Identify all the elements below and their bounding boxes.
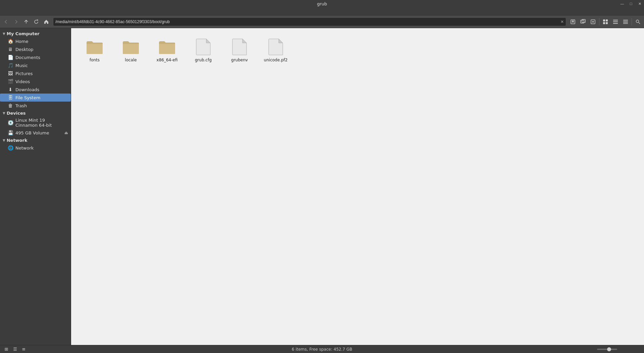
sidebar-item-label-desktop: Desktop xyxy=(15,47,34,52)
toolbar-separator-2 xyxy=(632,18,632,25)
sidebar-item-label-linux-mint: Linux Mint 19 Cinnamon 64-bit xyxy=(15,118,68,128)
folder-icon-x86_64-efi xyxy=(158,38,176,56)
toolbar-separator xyxy=(599,18,599,25)
svg-rect-4 xyxy=(603,19,605,21)
toolbar-right xyxy=(568,17,643,26)
status-icon-2[interactable]: ☰ xyxy=(11,346,19,353)
sidebar: ▼ My Computer 🏠 Home 🖥 Desktop 📄 Documen… xyxy=(0,28,71,345)
close-button[interactable]: ✕ xyxy=(635,0,644,7)
sidebar-item-home[interactable]: 🏠 Home xyxy=(0,37,71,45)
devices-section-arrow: ▼ xyxy=(3,111,5,115)
file-item-fonts[interactable]: fonts xyxy=(78,35,111,66)
section-label: My Computer xyxy=(7,31,40,36)
folder-icon-locale xyxy=(121,38,140,56)
status-bar: ⊞ ☰ ≡ 6 items, Free space: 452.7 GB xyxy=(0,345,644,353)
zoom-thumb xyxy=(607,347,611,351)
svg-rect-6 xyxy=(603,22,605,24)
view-compact-button[interactable] xyxy=(621,17,630,26)
address-clear-icon[interactable]: ✕ xyxy=(560,19,564,24)
sidebar-item-495gb[interactable]: 💾 495 GB Volume ⏏ xyxy=(0,129,71,137)
sidebar-item-documents[interactable]: 📄 Documents xyxy=(0,53,71,61)
file-icon-grub-cfg xyxy=(194,38,213,56)
svg-rect-11 xyxy=(623,20,628,20)
sidebar-section-network[interactable]: ▼ Network xyxy=(0,137,71,144)
eject-button[interactable]: ⏏ xyxy=(64,130,68,135)
devices-section-label: Devices xyxy=(7,111,26,116)
status-icon-3[interactable]: ≡ xyxy=(20,346,28,353)
svg-rect-14 xyxy=(623,23,628,24)
new-window-button[interactable] xyxy=(578,17,588,26)
back-button[interactable] xyxy=(1,17,11,26)
sidebar-item-label-filesystem: File System xyxy=(15,95,40,100)
title-bar: grub — □ ✕ xyxy=(0,0,644,7)
search-button[interactable] xyxy=(633,17,643,26)
network-icon: 🌐 xyxy=(7,145,13,151)
file-item-unicode-pf2[interactable]: unicode.pf2 xyxy=(259,35,292,66)
sidebar-item-label-music: Music xyxy=(15,63,28,68)
view-icons-button[interactable] xyxy=(601,17,610,26)
sidebar-item-label-videos: Videos xyxy=(15,79,30,84)
window-title: grub xyxy=(317,1,327,6)
reload-button[interactable] xyxy=(32,17,41,26)
network-section-label: Network xyxy=(7,138,28,143)
address-bar-container: ✕ xyxy=(53,17,566,26)
network-section-arrow: ▼ xyxy=(3,138,5,142)
documents-icon: 📄 xyxy=(7,54,13,60)
folder-icon-fonts xyxy=(85,38,104,56)
sidebar-item-desktop[interactable]: 🖥 Desktop xyxy=(0,45,71,53)
file-label-grub-cfg: grub.cfg xyxy=(195,58,212,63)
file-item-grub-cfg[interactable]: grub.cfg xyxy=(186,35,220,66)
bookmark-toggle-button[interactable] xyxy=(568,17,578,26)
zoom-slider[interactable] xyxy=(597,349,617,350)
sidebar-item-linux-mint[interactable]: 💽 Linux Mint 19 Cinnamon 64-bit xyxy=(0,117,71,129)
file-item-grubenv[interactable]: grubenv xyxy=(223,35,256,66)
sidebar-section-devices[interactable]: ▼ Devices xyxy=(0,110,71,117)
file-label-x86_64-efi: x86_64-efi xyxy=(157,58,178,63)
file-item-locale[interactable]: locale xyxy=(114,35,148,66)
svg-point-15 xyxy=(636,20,639,22)
svg-rect-9 xyxy=(613,21,618,22)
sidebar-item-filesystem[interactable]: 🗄 File System xyxy=(0,94,71,102)
toolbar: ✕ xyxy=(0,15,644,28)
sidebar-item-label-downloads: Downloads xyxy=(15,87,39,92)
filesystem-icon: 🗄 xyxy=(7,95,13,101)
file-icon-unicode-pf2 xyxy=(266,38,285,56)
svg-line-16 xyxy=(639,22,640,24)
minimize-button[interactable]: — xyxy=(618,0,627,7)
file-area: fonts locale x86_64-efi xyxy=(71,28,644,345)
address-bar[interactable] xyxy=(55,19,560,24)
view-list-button[interactable] xyxy=(611,17,620,26)
new-tab-button[interactable] xyxy=(588,17,598,26)
pictures-icon: 🖼 xyxy=(7,70,13,76)
sidebar-section-my-computer[interactable]: ▼ My Computer xyxy=(0,30,71,37)
maximize-button[interactable]: □ xyxy=(627,0,635,7)
forward-button[interactable] xyxy=(11,17,21,26)
home-button[interactable] xyxy=(42,17,51,26)
trash-icon: 🗑 xyxy=(7,103,13,109)
main-layout: ▼ My Computer 🏠 Home 🖥 Desktop 📄 Documen… xyxy=(0,28,644,345)
sidebar-item-downloads[interactable]: ⬇ Downloads xyxy=(0,85,71,94)
sidebar-item-network[interactable]: 🌐 Network xyxy=(0,144,71,152)
sidebar-item-trash[interactable]: 🗑 Trash xyxy=(0,102,71,110)
desktop-icon: 🖥 xyxy=(7,46,13,52)
sidebar-item-label-network: Network xyxy=(15,145,34,151)
file-label-fonts: fonts xyxy=(90,58,100,63)
sidebar-item-music[interactable]: 🎵 Music xyxy=(0,61,71,69)
file-label-locale: locale xyxy=(125,58,137,63)
svg-rect-8 xyxy=(613,20,618,20)
up-button[interactable] xyxy=(21,17,31,26)
sidebar-item-label-pictures: Pictures xyxy=(15,71,33,76)
svg-rect-13 xyxy=(623,22,628,23)
status-icon-1[interactable]: ⊞ xyxy=(3,346,10,353)
volume-icon: 💾 xyxy=(7,130,13,136)
file-label-grubenv: grubenv xyxy=(231,58,248,63)
sidebar-item-pictures[interactable]: 🖼 Pictures xyxy=(0,69,71,77)
sidebar-item-label-home: Home xyxy=(15,39,28,44)
home-icon: 🏠 xyxy=(7,38,13,44)
svg-rect-10 xyxy=(613,23,618,24)
window-controls: — □ ✕ xyxy=(618,0,644,7)
downloads-icon: ⬇ xyxy=(7,86,13,93)
sidebar-item-videos[interactable]: 🎬 Videos xyxy=(0,77,71,85)
file-item-x86_64-efi[interactable]: x86_64-efi xyxy=(150,35,184,66)
status-left: ⊞ ☰ ≡ xyxy=(3,346,28,353)
